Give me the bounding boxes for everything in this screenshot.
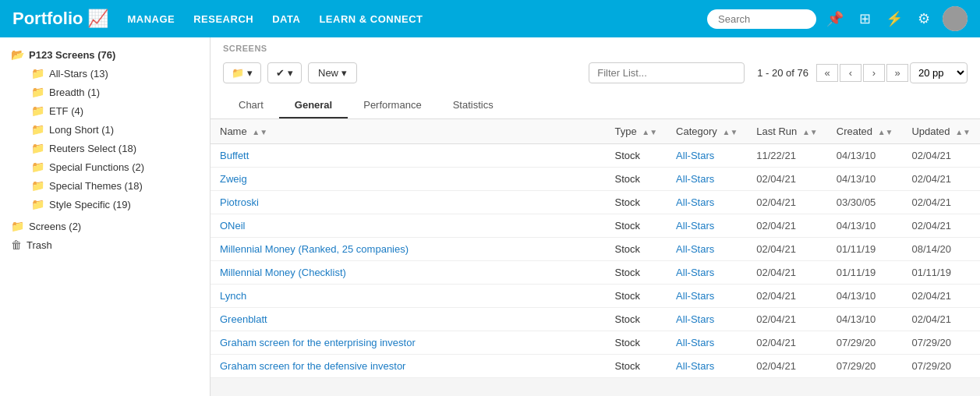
sidebar-item-breadth[interactable]: 📁 Breadth (1): [20, 83, 210, 101]
sidebar-item-longshort[interactable]: 📁 Long Short (1): [20, 120, 210, 139]
screen-name-link[interactable]: Greenblatt: [220, 313, 267, 325]
cell-type: Stock: [606, 261, 667, 285]
cell-category: All-Stars: [667, 261, 747, 285]
folder-icon-etf: 📁: [31, 104, 44, 117]
category-link[interactable]: All-Stars: [676, 150, 714, 161]
cell-lastrun: 02/04/21: [747, 168, 826, 191]
cell-name: Piotroski: [211, 191, 606, 214]
cell-category: All-Stars: [667, 168, 747, 191]
col-lastrun[interactable]: Last Run ▲▼: [747, 119, 826, 144]
cell-lastrun: 11/22/21: [747, 144, 826, 168]
screen-name-link[interactable]: Buffett: [220, 150, 249, 161]
tab-general[interactable]: General: [279, 93, 348, 118]
cell-created: 04/13/10: [827, 214, 903, 238]
cell-created: 01/11/19: [827, 238, 903, 261]
cell-name: Zweig: [211, 168, 606, 191]
cell-lastrun: 02/04/21: [747, 261, 826, 285]
new-button-label: New: [318, 67, 338, 79]
category-link[interactable]: All-Stars: [676, 290, 714, 302]
sort-lastrun-icon: ▲▼: [802, 128, 818, 136]
cell-category: All-Stars: [667, 144, 747, 168]
nav-learn-connect[interactable]: LEARN & CONNECT: [319, 13, 423, 25]
pagination-prev[interactable]: ‹: [840, 64, 861, 82]
sidebar-item-specialfunctions[interactable]: 📁 Special Functions (2): [20, 157, 210, 176]
table-row: Graham screen for the enterprising inves…: [211, 331, 980, 355]
check-btn-icon: ✔: [276, 67, 285, 79]
pin-icon[interactable]: 📌: [824, 10, 846, 27]
col-created[interactable]: Created ▲▼: [827, 119, 903, 144]
category-link[interactable]: All-Stars: [676, 267, 714, 278]
screen-name-link[interactable]: Millennial Money (Checklist): [220, 267, 346, 278]
category-link[interactable]: All-Stars: [676, 337, 714, 348]
sidebar-item-screens[interactable]: 📁 Screens (2): [0, 217, 210, 235]
sidebar-item-trash[interactable]: 🗑 Trash: [0, 235, 210, 254]
sidebar-item-stylespecific[interactable]: 📁 Style Specific (19): [20, 195, 210, 214]
screen-name-link[interactable]: ONeil: [220, 220, 246, 232]
screen-name-link[interactable]: Millennial Money (Ranked, 25 companies): [220, 243, 409, 255]
filter-input[interactable]: [589, 62, 745, 83]
sidebar-item-reuters[interactable]: 📁 Reuters Select (18): [20, 139, 210, 157]
nav-data[interactable]: DATA: [272, 13, 300, 25]
top-navigation: Portfolio 📈 MANAGE RESEARCH DATA LEARN &…: [0, 0, 980, 37]
user-avatar[interactable]: [943, 6, 968, 31]
sidebar-sub-items: 📁 All-Stars (13) 📁 Breadth (1) 📁 ETF (4)…: [0, 64, 210, 214]
sidebar-item-allstars[interactable]: 📁 All-Stars (13): [20, 64, 210, 83]
new-button[interactable]: New ▾: [308, 62, 357, 83]
table-header-row: Name ▲▼ Type ▲▼ Category ▲▼ Last Run: [211, 119, 980, 144]
cell-updated: 02/04/21: [902, 308, 980, 331]
sidebar-root-p123-screens[interactable]: 📂 P123 Screens (76): [0, 45, 210, 64]
cell-lastrun: 02/04/21: [747, 308, 826, 331]
per-page-select[interactable]: 20 pp 50 pp 100 pp: [910, 62, 968, 83]
cell-updated: 02/04/21: [902, 191, 980, 214]
pagination: 1 - 20 of 76 « ‹ › » 20 pp 50 pp 100 pp: [751, 62, 968, 83]
col-name[interactable]: Name ▲▼: [211, 119, 606, 144]
screens-table: Name ▲▼ Type ▲▼ Category ▲▼ Last Run: [211, 119, 980, 378]
nav-manage[interactable]: MANAGE: [127, 13, 175, 25]
category-link[interactable]: All-Stars: [676, 313, 714, 325]
sidebar-etf-label: ETF (4): [49, 105, 83, 117]
settings-icon[interactable]: ⚙: [913, 10, 935, 27]
table-row: Buffett Stock All-Stars 11/22/21 04/13/1…: [211, 144, 980, 168]
category-link[interactable]: All-Stars: [676, 360, 714, 372]
screen-name-link[interactable]: Zweig: [220, 173, 247, 185]
sidebar-item-specialthemes[interactable]: 📁 Special Themes (18): [20, 176, 210, 195]
folder-action-button[interactable]: 📁 ▾: [223, 62, 261, 83]
cell-updated: 07/29/20: [902, 355, 980, 378]
cell-lastrun: 02/04/21: [747, 331, 826, 355]
pagination-last[interactable]: »: [886, 64, 908, 82]
tab-performance[interactable]: Performance: [348, 93, 437, 118]
cell-created: 03/30/05: [827, 191, 903, 214]
cell-name: Graham screen for the defensive investor: [211, 355, 606, 378]
check-action-button[interactable]: ✔ ▾: [267, 62, 302, 83]
sidebar-item-etf[interactable]: 📁 ETF (4): [20, 101, 210, 120]
category-link[interactable]: All-Stars: [676, 243, 714, 255]
cell-created: 01/11/19: [827, 261, 903, 285]
sort-created-icon: ▲▼: [878, 128, 893, 136]
screen-name-link[interactable]: Piotroski: [220, 196, 259, 208]
col-type[interactable]: Type ▲▼: [606, 119, 667, 144]
grid-icon[interactable]: ⊞: [854, 10, 876, 27]
cell-name: Millennial Money (Ranked, 25 companies): [211, 238, 606, 261]
screen-name-link[interactable]: Graham screen for the defensive investor: [220, 360, 405, 372]
tab-statistics[interactable]: Statistics: [437, 93, 509, 118]
cell-name: Buffett: [211, 144, 606, 168]
screen-name-link[interactable]: Lynch: [220, 290, 246, 302]
screen-name-link[interactable]: Graham screen for the enterprising inves…: [220, 337, 416, 348]
pagination-first[interactable]: «: [816, 64, 838, 82]
pagination-next[interactable]: ›: [863, 64, 885, 82]
bolt-icon[interactable]: ⚡: [883, 10, 905, 27]
cell-category: All-Stars: [667, 214, 747, 238]
section-label: SCREENS: [223, 44, 968, 56]
sidebar-trash-label: Trash: [27, 239, 52, 251]
category-link[interactable]: All-Stars: [676, 196, 714, 208]
cell-category: All-Stars: [667, 308, 747, 331]
tab-chart[interactable]: Chart: [223, 93, 279, 118]
app-logo[interactable]: Portfolio 📈: [12, 9, 108, 29]
search-input[interactable]: [707, 9, 816, 29]
category-link[interactable]: All-Stars: [676, 220, 714, 232]
col-category[interactable]: Category ▲▼: [667, 119, 747, 144]
nav-research[interactable]: RESEARCH: [193, 13, 253, 25]
cell-updated: 02/04/21: [902, 285, 980, 308]
category-link[interactable]: All-Stars: [676, 173, 714, 185]
col-updated[interactable]: Updated ▲▼: [902, 119, 980, 144]
